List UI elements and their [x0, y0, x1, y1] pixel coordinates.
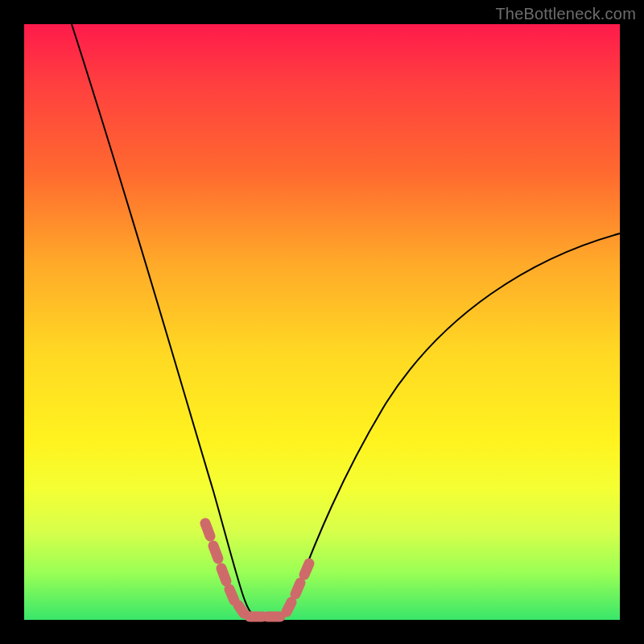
svg-line-8: [295, 583, 300, 594]
svg-line-9: [304, 564, 309, 575]
optimal-range-markers: [205, 523, 309, 617]
svg-line-7: [287, 602, 291, 612]
plot-area: [24, 24, 620, 620]
chart-frame: TheBottleneck.com: [0, 0, 644, 644]
curve-layer: [24, 24, 620, 620]
svg-line-2: [221, 568, 226, 581]
bottleneck-curve: [72, 24, 620, 618]
svg-line-3: [229, 589, 234, 601]
svg-line-0: [205, 523, 210, 536]
svg-line-4: [238, 605, 244, 613]
watermark-text: TheBottleneck.com: [495, 5, 636, 23]
svg-line-1: [213, 546, 218, 559]
